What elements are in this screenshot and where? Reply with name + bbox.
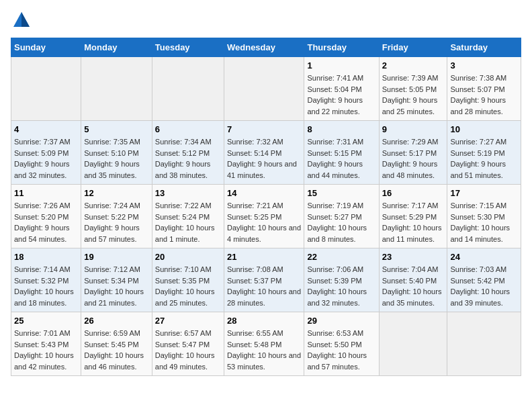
calendar-cell: 15Sunrise: 7:19 AM Sunset: 5:27 PM Dayli… <box>304 185 379 248</box>
day-info: Sunrise: 7:27 AM Sunset: 5:19 PM Dayligh… <box>450 136 518 181</box>
calendar-cell <box>224 57 304 121</box>
calendar-cell: 12Sunrise: 7:24 AM Sunset: 5:22 PM Dayli… <box>81 185 152 248</box>
day-info: Sunrise: 7:21 AM Sunset: 5:25 PM Dayligh… <box>227 200 301 244</box>
calendar-cell: 24Sunrise: 7:03 AM Sunset: 5:42 PM Dayli… <box>447 248 521 312</box>
day-info: Sunrise: 7:08 AM Sunset: 5:37 PM Dayligh… <box>227 264 301 308</box>
day-number: 15 <box>307 188 375 198</box>
day-number: 9 <box>382 124 445 134</box>
day-info: Sunrise: 7:06 AM Sunset: 5:39 PM Dayligh… <box>307 264 375 308</box>
day-info: Sunrise: 6:57 AM Sunset: 5:47 PM Dayligh… <box>155 328 221 372</box>
day-number: 6 <box>155 124 221 134</box>
weekday-header-monday: Monday <box>81 38 152 57</box>
calendar-cell <box>447 312 521 376</box>
day-number: 21 <box>227 252 301 262</box>
day-info: Sunrise: 7:10 AM Sunset: 5:35 PM Dayligh… <box>155 264 221 308</box>
day-number: 1 <box>307 60 375 71</box>
calendar-cell: 21Sunrise: 7:08 AM Sunset: 5:37 PM Dayli… <box>224 248 304 312</box>
day-info: Sunrise: 7:26 AM Sunset: 5:20 PM Dayligh… <box>14 200 78 244</box>
calendar-cell: 2Sunrise: 7:39 AM Sunset: 5:05 PM Daylig… <box>379 57 447 121</box>
day-info: Sunrise: 6:53 AM Sunset: 5:50 PM Dayligh… <box>307 328 375 372</box>
day-number: 10 <box>450 124 518 134</box>
day-info: Sunrise: 7:35 AM Sunset: 5:10 PM Dayligh… <box>84 136 149 181</box>
calendar-cell: 4Sunrise: 7:37 AM Sunset: 5:09 PM Daylig… <box>11 121 81 185</box>
day-number: 12 <box>84 188 149 198</box>
day-number: 22 <box>307 252 375 262</box>
weekday-header-sunday: Sunday <box>11 38 81 57</box>
day-number: 11 <box>14 188 78 198</box>
day-number: 29 <box>307 316 375 326</box>
day-number: 24 <box>450 252 518 262</box>
calendar-week-1: 1Sunrise: 7:41 AM Sunset: 5:04 PM Daylig… <box>11 57 521 121</box>
day-info: Sunrise: 7:04 AM Sunset: 5:40 PM Dayligh… <box>382 264 445 308</box>
day-info: Sunrise: 6:55 AM Sunset: 5:48 PM Dayligh… <box>227 328 301 372</box>
weekday-header-saturday: Saturday <box>447 38 521 57</box>
calendar-cell: 27Sunrise: 6:57 AM Sunset: 5:47 PM Dayli… <box>152 312 224 376</box>
day-info: Sunrise: 7:34 AM Sunset: 5:12 PM Dayligh… <box>155 136 221 181</box>
calendar-cell: 17Sunrise: 7:15 AM Sunset: 5:30 PM Dayli… <box>447 185 521 248</box>
svg-marker-1 <box>21 12 30 27</box>
calendar-cell: 29Sunrise: 6:53 AM Sunset: 5:50 PM Dayli… <box>304 312 379 376</box>
calendar-cell: 7Sunrise: 7:32 AM Sunset: 5:14 PM Daylig… <box>224 121 304 185</box>
day-info: Sunrise: 7:37 AM Sunset: 5:09 PM Dayligh… <box>14 136 78 181</box>
calendar-cell: 23Sunrise: 7:04 AM Sunset: 5:40 PM Dayli… <box>379 248 447 312</box>
calendar-cell: 13Sunrise: 7:22 AM Sunset: 5:24 PM Dayli… <box>152 185 224 248</box>
day-info: Sunrise: 7:38 AM Sunset: 5:07 PM Dayligh… <box>450 73 518 117</box>
calendar-cell: 11Sunrise: 7:26 AM Sunset: 5:20 PM Dayli… <box>11 185 81 248</box>
day-info: Sunrise: 7:41 AM Sunset: 5:04 PM Dayligh… <box>307 73 375 117</box>
calendar-cell <box>152 57 224 121</box>
calendar-cell: 25Sunrise: 7:01 AM Sunset: 5:43 PM Dayli… <box>11 312 81 376</box>
weekday-header-friday: Friday <box>379 38 447 57</box>
day-number: 16 <box>382 188 445 198</box>
calendar-cell: 14Sunrise: 7:21 AM Sunset: 5:25 PM Dayli… <box>224 185 304 248</box>
day-number: 7 <box>227 124 301 134</box>
calendar-week-5: 25Sunrise: 7:01 AM Sunset: 5:43 PM Dayli… <box>11 312 521 376</box>
day-info: Sunrise: 7:01 AM Sunset: 5:43 PM Dayligh… <box>14 328 78 372</box>
day-number: 18 <box>14 252 78 262</box>
calendar-cell <box>11 57 81 121</box>
calendar-cell: 1Sunrise: 7:41 AM Sunset: 5:04 PM Daylig… <box>304 57 379 121</box>
calendar-cell: 6Sunrise: 7:34 AM Sunset: 5:12 PM Daylig… <box>152 121 224 185</box>
calendar-cell: 19Sunrise: 7:12 AM Sunset: 5:34 PM Dayli… <box>81 248 152 312</box>
day-info: Sunrise: 7:31 AM Sunset: 5:15 PM Dayligh… <box>307 136 375 181</box>
day-number: 17 <box>450 188 518 198</box>
calendar-cell: 5Sunrise: 7:35 AM Sunset: 5:10 PM Daylig… <box>81 121 152 185</box>
day-info: Sunrise: 7:12 AM Sunset: 5:34 PM Dayligh… <box>84 264 149 308</box>
day-info: Sunrise: 7:19 AM Sunset: 5:27 PM Dayligh… <box>307 200 375 244</box>
day-info: Sunrise: 7:03 AM Sunset: 5:42 PM Dayligh… <box>450 264 518 308</box>
day-number: 23 <box>382 252 445 262</box>
calendar-cell: 9Sunrise: 7:29 AM Sunset: 5:17 PM Daylig… <box>379 121 447 185</box>
weekday-header-tuesday: Tuesday <box>152 38 224 57</box>
day-number: 8 <box>307 124 375 134</box>
logo <box>11 11 31 30</box>
calendar-cell: 10Sunrise: 7:27 AM Sunset: 5:19 PM Dayli… <box>447 121 521 185</box>
day-number: 19 <box>84 252 149 262</box>
day-number: 13 <box>155 188 221 198</box>
day-number: 20 <box>155 252 221 262</box>
calendar-cell: 16Sunrise: 7:17 AM Sunset: 5:29 PM Dayli… <box>379 185 447 248</box>
day-info: Sunrise: 7:15 AM Sunset: 5:30 PM Dayligh… <box>450 200 518 244</box>
weekday-header-wednesday: Wednesday <box>224 38 304 57</box>
calendar-week-4: 18Sunrise: 7:14 AM Sunset: 5:32 PM Dayli… <box>11 248 521 312</box>
calendar-cell <box>81 57 152 121</box>
day-number: 14 <box>227 188 301 198</box>
day-info: Sunrise: 7:22 AM Sunset: 5:24 PM Dayligh… <box>155 200 221 244</box>
calendar-cell: 28Sunrise: 6:55 AM Sunset: 5:48 PM Dayli… <box>224 312 304 376</box>
calendar-cell: 20Sunrise: 7:10 AM Sunset: 5:35 PM Dayli… <box>152 248 224 312</box>
day-info: Sunrise: 7:32 AM Sunset: 5:14 PM Dayligh… <box>227 136 301 181</box>
weekday-header-thursday: Thursday <box>304 38 379 57</box>
day-info: Sunrise: 7:24 AM Sunset: 5:22 PM Dayligh… <box>84 200 149 244</box>
day-info: Sunrise: 7:14 AM Sunset: 5:32 PM Dayligh… <box>14 264 78 308</box>
calendar-week-2: 4Sunrise: 7:37 AM Sunset: 5:09 PM Daylig… <box>11 121 521 185</box>
page-header <box>11 11 521 30</box>
day-number: 4 <box>14 124 78 134</box>
day-number: 26 <box>84 316 149 326</box>
calendar-cell: 3Sunrise: 7:38 AM Sunset: 5:07 PM Daylig… <box>447 57 521 121</box>
calendar-table: SundayMondayTuesdayWednesdayThursdayFrid… <box>11 38 521 376</box>
day-number: 2 <box>382 60 445 71</box>
calendar-cell <box>379 312 447 376</box>
day-number: 25 <box>14 316 78 326</box>
logo-icon <box>12 11 31 30</box>
calendar-cell: 18Sunrise: 7:14 AM Sunset: 5:32 PM Dayli… <box>11 248 81 312</box>
calendar-week-3: 11Sunrise: 7:26 AM Sunset: 5:20 PM Dayli… <box>11 185 521 248</box>
day-number: 27 <box>155 316 221 326</box>
